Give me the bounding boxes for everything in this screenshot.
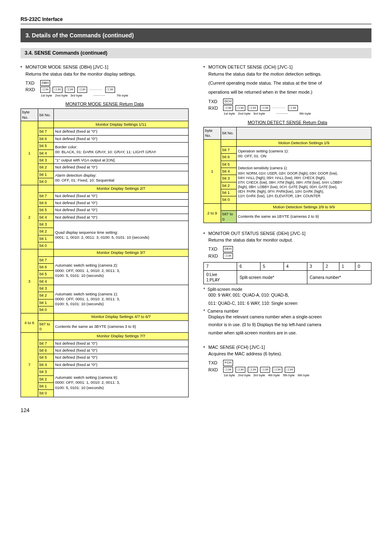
desc-cell: Contents the same as 1BYTE (cameras 2 to… [237, 211, 371, 223]
hdr-byte: byte No. [21, 109, 38, 121]
desc-cell: "1" output with VGA output at [ON]. [54, 157, 189, 164]
byte-label: 2nd byte [55, 94, 68, 98]
monitor-out-desc: Returns the status data for monitor outp… [208, 237, 371, 243]
bit-h: 7 [204, 263, 237, 271]
section-title: Monitor Display Settings 4/7 to 6/7 [54, 313, 189, 320]
rxd-byte: □□H [260, 105, 270, 111]
txd-hex: DCH [223, 99, 233, 104]
bit-h: 3 [307, 263, 323, 271]
rxd-byte: □□H [260, 367, 270, 373]
byte-cell: 7 [21, 333, 38, 397]
hdr-desc [54, 109, 189, 121]
motion-table-caption: MOTION DETECT SENSE Return Data [203, 120, 371, 125]
section-title: Motion Detection Settings 2/9 to 9/9 [237, 203, 371, 210]
mac-desc: Acquires the MAC address (6 bytes). [208, 351, 371, 357]
note-2: * Camera number [203, 309, 371, 314]
rxd-byte-3: □□H [65, 87, 75, 92]
bullet-icon: • [21, 64, 25, 69]
rxd-label: RXD [208, 253, 221, 259]
rxd-byte: □□H [223, 105, 233, 111]
right-column: • MOTION DETECT SENSE (DCH) [JVC-1] Retu… [203, 64, 371, 397]
bit-cell: bit 1 [221, 189, 237, 196]
txd-hex: DBH [40, 80, 50, 86]
note-1-l2: 011: QUAD-C, 101: 6 WAY, 110: Single scr… [208, 301, 371, 306]
hdr-bit: bit No. [221, 127, 237, 140]
rxd-label: RXD [208, 105, 221, 111]
txd-label: TXD [208, 99, 221, 104]
byte-label: 1st byte [223, 373, 235, 378]
desc-cell: Detection sensitivity (camera 1): 00H: N… [237, 161, 371, 203]
ellipsis-label: ············· [268, 112, 297, 116]
title-bar: 3. Details of the Commands (continued) [21, 28, 371, 42]
desc-cell: Border color:00: BLACK, 01: DARK GRAY, 1… [54, 143, 189, 157]
ellipsis-icon: ········· [90, 88, 103, 92]
txd-label: TXD [208, 246, 221, 252]
bit-cell: bit 6 [38, 135, 54, 142]
rxd-label: RXD [208, 367, 221, 373]
desc-cell: Not defined (fixed at "0") [54, 164, 189, 171]
bit-cell: bit 7 [221, 147, 237, 154]
left-column: • MONITOR MODE SENSE (DBH) [JVC-1] Retur… [21, 64, 189, 397]
rxd-byte: □□H [285, 367, 295, 373]
byte-label: 4th byte [268, 373, 280, 378]
bit-cell: bit 3 [221, 175, 237, 182]
bit-h: 2 [323, 263, 339, 271]
bit-cell: bit 3 [38, 157, 54, 164]
bit-cell: bit 4 [221, 168, 237, 175]
txd-label: TXD [25, 80, 38, 86]
txd-label: TXD [208, 360, 221, 366]
monitor-out-title: MONITOR OUT STATUS SENSE (DEH) [JVC-1] [208, 230, 305, 236]
rxd-byte-7: □□H [105, 87, 115, 92]
byte-label: 9th byte [299, 112, 311, 116]
byte-cell: 1 [21, 121, 38, 185]
desc-cell: Not defined (fixed at "0") [54, 192, 189, 199]
note-2-l1: Displays the relevant camera number when… [208, 314, 371, 320]
desc-cell: Automatic switch setting (camera 1):0000… [54, 285, 189, 313]
bit-cell: bit7 to 0 [38, 320, 54, 333]
section-title: Motion Detection Settings 1/9 [237, 139, 371, 146]
mac-title: MAC SENSE (FCH) [JVC-1] [208, 344, 265, 350]
rxd-byte-1: □□H [40, 87, 50, 92]
byte-label: 6th byte [297, 373, 310, 378]
bit-cell: bit 0 [38, 178, 54, 185]
desc-cell: Not defined (fixed at "0") [54, 207, 189, 214]
rxd-byte: □□H [223, 367, 233, 373]
rxd-byte: □□H [248, 105, 258, 111]
bit-cell: bit 2 [38, 292, 54, 299]
rxd-byte-4: □□H [77, 87, 87, 92]
bit-cell: bit 6 [221, 154, 237, 161]
bit-cell: bit 5 [38, 207, 54, 214]
monitor-mode-table: byte No. bit No. 1Monitor Display Settin… [21, 108, 189, 397]
bit-layout-table: 7 6 5 4 3 2 1 0 0:Live1:PLAY Split-scree… [203, 262, 371, 284]
bit-cell: bit 1 [38, 171, 54, 178]
byte-label: 3rd byte [253, 112, 265, 116]
note-2-l3: number when split-screen monitors are in… [208, 330, 371, 336]
byte-cell: 3 [21, 249, 38, 313]
bit-cell: bit 2 [38, 375, 54, 382]
bit-cell: 0:Live1:PLAY [204, 271, 237, 284]
bit-cell: bit 0 [38, 306, 54, 313]
left-cmd-title: MONITOR MODE SENSE (DBH) [JVC-1] [25, 64, 108, 70]
bit-h: 6 [237, 263, 260, 271]
byte-label: 3rd byte [253, 373, 265, 378]
hdr-bit: bit No. [38, 109, 54, 121]
bit-h: 4 [284, 263, 307, 271]
bit-h: 5 [260, 263, 284, 271]
desc-cell: Operation setting (camera 1):00: OFF, 01… [237, 147, 371, 161]
desc-cell: Not defined (fixed at "0") [54, 347, 189, 354]
motion-txd-rxd: TXD DCH RXD □□H □□H □□H □□H ········· □□… [208, 99, 371, 116]
bit-cell: bit 6 [38, 264, 54, 271]
note-1-l1: 000: 9 WAY, 001: QUAD-A, 010: QUAD-B, [208, 292, 371, 298]
bit-cell: bit 2 [38, 164, 54, 171]
bullet-icon: • [203, 64, 208, 69]
byte-label: 3rd byte [70, 94, 83, 98]
ellipsis-icon: ········· [272, 106, 286, 111]
byte-label: 7th byte [116, 94, 129, 98]
desc-cell: Quad display sequence time setting:0001:… [54, 221, 189, 249]
bit-cell: bit 0 [38, 242, 54, 249]
bit-cell: bit 7 [38, 192, 54, 199]
bit-cell: bit 4 [38, 150, 54, 157]
section-title: Monitor Display Settings 1/11 [54, 121, 189, 128]
bit-cell: Split-screen mode* [237, 271, 307, 284]
bit-cell: bit 4 [38, 214, 54, 221]
